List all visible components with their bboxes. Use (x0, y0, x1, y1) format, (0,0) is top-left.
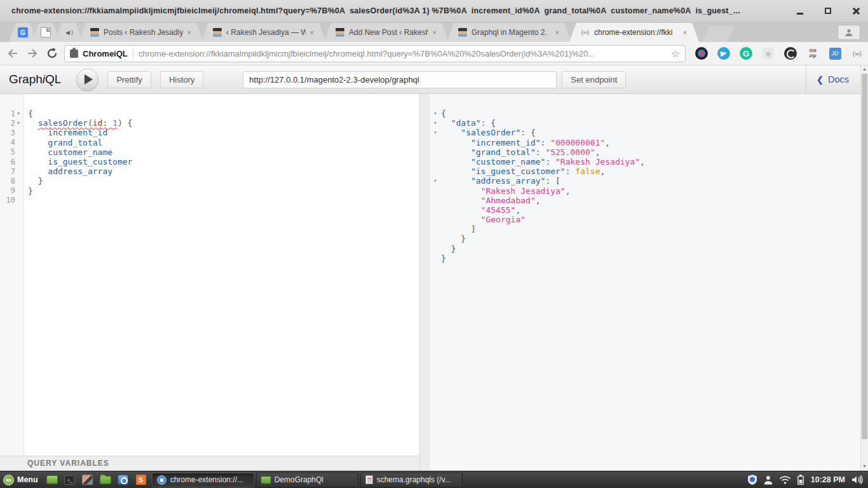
code-line: } (441, 254, 645, 263)
user-applet-button[interactable] (764, 475, 773, 485)
photo-app-launcher[interactable] (81, 473, 95, 486)
tab-label: ‹ Rakesh Jesadiya — Wo (226, 28, 306, 37)
tab-chromeiql-active[interactable]: (∞) chrome-extension://fkki × (569, 23, 699, 42)
execute-query-button[interactable] (76, 69, 98, 91)
query-variables-bar[interactable]: QUERY VARIABLES (0, 456, 419, 470)
pinned-tab-audio[interactable]: ◄) (55, 23, 83, 42)
minimize-button[interactable] (794, 5, 806, 17)
terminal-icon: >_ (64, 475, 75, 485)
tab-posts[interactable]: Posts ‹ Rakesh Jesadiya × (79, 23, 203, 42)
menu-button[interactable]: lm Menu (0, 471, 43, 488)
extension-colorpicker-button[interactable] (695, 46, 709, 60)
clock[interactable]: 10:28 PM (811, 475, 845, 484)
terminal-launcher[interactable]: >_ (63, 473, 77, 486)
extension-swirl-button[interactable] (783, 46, 797, 60)
network-applet-button[interactable] (780, 476, 790, 484)
pinned-tab-translate[interactable]: G (9, 23, 37, 42)
chrome-window-icon (157, 475, 166, 485)
code-token: , (595, 147, 600, 157)
graphiql-logo: GraphiQL (9, 72, 61, 86)
bookmark-star-icon[interactable]: ☆ (671, 48, 680, 60)
user-icon (764, 475, 773, 485)
query-editor[interactable]: 1▾2▾345678910 { salesOrder(id: 1) { incr… (0, 94, 419, 456)
tab-add-new-post[interactable]: Add New Post ‹ Rakesh × (324, 23, 449, 42)
history-button[interactable]: History (160, 71, 203, 88)
docs-link[interactable]: ❮ Docs (806, 65, 849, 93)
code-token: { (441, 109, 446, 118)
battery-applet-button[interactable] (797, 475, 804, 485)
endpoint-input[interactable] (243, 71, 557, 88)
extension-diamond-button[interactable]: ◈ (761, 46, 775, 60)
window-title: chrome-extension://fkkiamalmpiidkljmicmj… (11, 6, 740, 15)
code-line: { (441, 109, 645, 118)
update-shield-button[interactable] (748, 475, 757, 485)
fold-arrow-icon[interactable]: ▾ (430, 176, 441, 186)
tab-graphql-magento[interactable]: Graphql in Magento 2. × (447, 23, 571, 42)
new-tab-button[interactable] (702, 26, 735, 42)
tab-close-icon[interactable]: × (682, 29, 688, 36)
fold-arrow-icon[interactable]: ▾ (15, 120, 22, 126)
code-token: "increment_id" (471, 138, 541, 147)
extension-gitzip-button[interactable]: Git zip (806, 46, 820, 60)
code-line: } (28, 176, 132, 186)
pinned-tab-document[interactable] (32, 23, 60, 42)
scrollbar-thumb[interactable] (862, 74, 867, 439)
code-token: address_array (48, 166, 112, 176)
extension-chromeiql-button[interactable]: (∞) (850, 46, 864, 60)
maximize-button[interactable] (822, 5, 834, 17)
gutter-row: 7 (0, 166, 24, 176)
window-label: DemoGraphQl (275, 475, 323, 484)
code-line: "Georgia" (441, 215, 645, 224)
fold-arrow-icon[interactable]: ▾ (15, 111, 22, 116)
page-scrollbar[interactable]: ▲ ▼ (860, 65, 868, 470)
forward-button[interactable] (25, 46, 39, 60)
browser-launcher[interactable] (116, 473, 130, 486)
result-fold-rail: ▾▾▾▾ (430, 94, 441, 470)
volume-applet-button[interactable] (852, 475, 863, 484)
taskbar-window-demographql[interactable]: DemoGraphQl (256, 473, 358, 487)
address-bar[interactable]: ChromeiQL chrome-extension://fkkiamalmpi… (64, 45, 686, 62)
code-line: "customer_name": "Rakesh Jesadiya", (441, 157, 645, 166)
extension-telegram-button[interactable] (717, 46, 731, 60)
code-token: , (566, 186, 571, 196)
extension-grammarly-button[interactable]: G (739, 46, 753, 60)
code-token: "Ahmedabad" (481, 196, 536, 205)
taskbar-window-schema[interactable]: schema.graphqls (/v... (360, 473, 463, 487)
graphiql-workspace: 1▾2▾345678910 { salesOrder(id: 1) { incr… (0, 94, 860, 470)
code-token: : (566, 166, 576, 176)
code-token (441, 224, 471, 234)
fold-arrow-icon[interactable]: ▾ (430, 128, 441, 137)
back-button[interactable] (6, 46, 20, 60)
fold-arrow-icon[interactable]: ▾ (430, 109, 441, 118)
code-line: "45455", (441, 205, 645, 215)
gutter-row: 8 (0, 176, 24, 186)
code-token: grand_total (48, 138, 102, 147)
tab-wordpress[interactable]: ‹ Rakesh Jesadiya — Wo × (201, 23, 326, 42)
sublime-launcher[interactable]: S (134, 473, 148, 486)
profile-button[interactable] (837, 25, 860, 40)
scroll-up-icon[interactable]: ▲ (861, 65, 868, 73)
code-token (441, 244, 451, 254)
tab-close-icon[interactable]: × (555, 29, 560, 36)
fold-arrow-icon[interactable]: ▾ (430, 118, 441, 128)
pane-splitter[interactable] (419, 94, 430, 470)
taskbar-window-chrome[interactable]: chrome-extension://... (152, 473, 254, 487)
close-button[interactable] (850, 5, 862, 17)
grammarly-icon: G (740, 47, 752, 60)
query-code[interactable]: { salesOrder(id: 1) { increment_id grand… (24, 94, 132, 456)
line-number: 8 (11, 177, 15, 186)
set-endpoint-button[interactable]: Set endpoint (562, 71, 626, 88)
show-desktop-button[interactable] (45, 473, 59, 486)
code-token (28, 138, 48, 147)
wifi-icon (780, 476, 790, 484)
tab-close-icon[interactable]: × (187, 29, 192, 36)
tab-close-icon[interactable]: × (309, 29, 315, 36)
extension-blue-button[interactable]: JD (828, 46, 842, 60)
files-launcher[interactable] (98, 473, 112, 486)
fold-arrow-icon (430, 196, 441, 205)
reload-button[interactable] (45, 46, 59, 60)
graphiql-toolbar: GraphiQL Prettify History Set endpoint ❮… (0, 65, 868, 94)
tab-close-icon[interactable]: × (432, 29, 437, 36)
scroll-down-icon[interactable]: ▼ (861, 463, 868, 470)
prettify-button[interactable]: Prettify (107, 71, 151, 88)
